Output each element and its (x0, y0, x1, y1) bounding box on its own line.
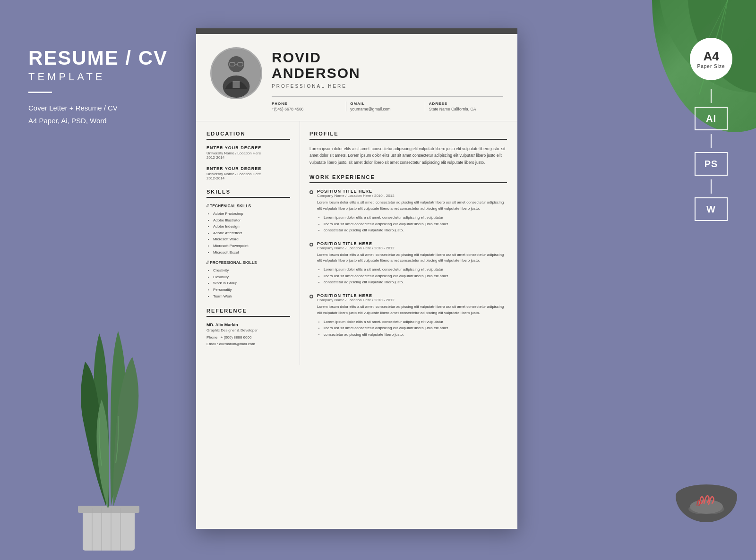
page-subtitle: TEMPLATE (28, 71, 168, 83)
education-entry-2: ENTER YOUR DEGREE University Name / Loca… (206, 166, 290, 180)
svg-rect-17 (232, 81, 240, 88)
page-title: RESUME / CV (28, 47, 168, 69)
description-line1: Cover Letter + Resume / CV (28, 102, 168, 114)
resume-professional-title: PROFESSIONAL HERE (272, 84, 503, 89)
list-item: Adobe Indesign (213, 223, 290, 230)
list-item: Adobe Illustrator (213, 217, 290, 224)
work-dot (309, 295, 313, 298)
resume-name: ROVID ANDERSON (272, 50, 503, 81)
svg-point-19 (690, 500, 723, 514)
work-experience-section: WORK EXPERIENCE POSITION TITLE HERE Comp… (309, 174, 507, 338)
contact-row: Phone +(545) 6678 4566 Gmail yourname@gm… (272, 96, 503, 111)
left-panel: RESUME / CV TEMPLATE Cover Letter + Resu… (28, 47, 168, 127)
format-badge-w: W (695, 197, 728, 221)
work-entry-2: POSITION TITLE HERE Company Name / Locat… (309, 241, 507, 286)
reference-role: Graphic Designer & Developer (206, 328, 290, 332)
format-badge-ps: PS (695, 152, 728, 176)
list-item: Microsoft Word (213, 236, 290, 243)
profile-section: PROFILE Lorem ipsum dolor elits a sit am… (309, 131, 507, 166)
professional-skills-label: // PROFESSIONAL SKILLS (206, 260, 290, 265)
education-section: EDUCATION ENTER YOUR DEGREE University N… (206, 131, 290, 180)
contact-email: Gmail yourname@gmail.com (346, 102, 425, 111)
plant-decoration (38, 324, 180, 560)
work-dot (309, 243, 313, 246)
list-item: consectetur adipiscing elit vulputate li… (324, 279, 507, 286)
work-experience-title: WORK EXPERIENCE (309, 174, 507, 183)
avatar (210, 47, 262, 99)
profile-text: Lorem ipsum dolor elits a sit amet. cons… (309, 145, 507, 166)
bowl-decoration (676, 484, 737, 522)
reference-phone: Phone : + (000) 8888 6666 (206, 334, 290, 341)
list-item: Lorem ipsum dolor elits a sit amet. cons… (324, 319, 507, 325)
list-item: libero usr sit amet consectetur adipisci… (324, 325, 507, 331)
list-item: Creativity (213, 267, 290, 274)
list-item: Flexibility (213, 274, 290, 280)
a4-badge: A4 Paper Size (690, 38, 732, 80)
list-item: consectetur adipiscing elit vulputate li… (324, 227, 507, 234)
work-bullets-1: Lorem ipsum dolor elits a sit amet. cons… (317, 214, 507, 234)
divider-line (711, 134, 712, 148)
list-item: Personality (213, 287, 290, 293)
work-dot (309, 190, 313, 194)
divider-line (711, 89, 712, 103)
divider-line (711, 179, 712, 194)
formats-wrapper: AI PS W (695, 89, 728, 221)
contact-address: Adress State Name California, CA (425, 102, 503, 111)
resume-body: EDUCATION ENTER YOUR DEGREE University N… (196, 121, 517, 365)
paper-size-label: Paper Size (697, 64, 725, 69)
education-entry-1: ENTER YOUR DEGREE University Name / Loca… (206, 145, 290, 160)
reference-title: REFERENCE (206, 308, 290, 317)
right-panel: A4 Paper Size AI PS W (690, 38, 732, 221)
skills-section: SKILLS // TECHENICAL SKILLS Adobe Photos… (206, 189, 290, 299)
list-item: libero usr sit amet consectetur adipisci… (324, 221, 507, 228)
name-section: ROVID ANDERSON PROFESSIONAL HERE Phone +… (272, 47, 503, 111)
list-item: libero usr sit amet consectetur adipisci… (324, 273, 507, 280)
resume-header: ROVID ANDERSON PROFESSIONAL HERE Phone +… (196, 34, 517, 121)
education-title: EDUCATION (206, 131, 290, 140)
resume-document: ROVID ANDERSON PROFESSIONAL HERE Phone +… (196, 28, 517, 529)
skills-title: SKILLS (206, 189, 290, 198)
resume-right-column: PROFILE Lorem ipsum dolor elits a sit am… (300, 121, 517, 365)
description-line2: A4 Paper, Ai, PSD, Word (28, 114, 168, 127)
work-entry-1: POSITION TITLE HERE Company Name / Locat… (309, 189, 507, 233)
work-bullets-3: Lorem ipsum dolor elits a sit amet. cons… (317, 319, 507, 338)
reference-email: Email : alixmarkin@mail.com (206, 341, 290, 348)
profile-title: PROFILE (309, 131, 507, 140)
list-item: Work in Group (213, 280, 290, 287)
list-item: Lorem ipsum dolor elits a sit amet. cons… (324, 266, 507, 273)
reference-name: MD. Alix Markin (206, 322, 290, 327)
technical-skills-list: Adobe Photoshop Adobe Illustrator Adobe … (206, 211, 290, 255)
format-badge-ai: AI (695, 107, 728, 130)
technical-skills-label: // TECHENICAL SKILLS (206, 204, 290, 208)
reference-section: REFERENCE MD. Alix Markin Graphic Design… (206, 308, 290, 347)
work-entry-3: POSITION TITLE HERE Company Name / Locat… (309, 293, 507, 338)
professional-skills-list: Creativity Flexibility Work in Group Per… (206, 267, 290, 299)
list-item: Adobe Aftereffect (213, 230, 290, 237)
resume-left-column: EDUCATION ENTER YOUR DEGREE University N… (196, 121, 300, 365)
header-bar (196, 28, 517, 34)
list-item: Lorem ipsum dolor elits a sit amet. cons… (324, 214, 507, 221)
list-item: Microsoft Excel (213, 249, 290, 256)
list-item: Adobe Photoshop (213, 211, 290, 217)
svg-rect-5 (83, 508, 135, 551)
a4-label: A4 (703, 49, 719, 64)
divider (28, 92, 52, 93)
list-item: Team Work (213, 293, 290, 300)
list-item: Microsoft Powerpoint (213, 243, 290, 249)
contact-phone: Phone +(545) 6678 4566 (272, 102, 346, 111)
work-bullets-2: Lorem ipsum dolor elits a sit amet. cons… (317, 266, 507, 286)
paper-clips-icon (687, 490, 725, 517)
list-item: consectetur adipiscing elit vulputate li… (324, 331, 507, 338)
